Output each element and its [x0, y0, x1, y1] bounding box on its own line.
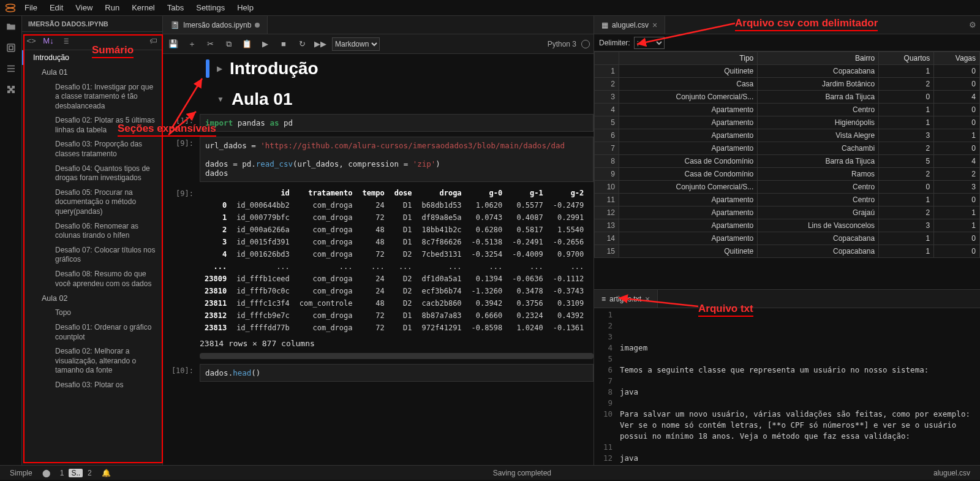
stop-icon[interactable]: ■: [277, 37, 290, 51]
statusbar: Simple ⬤ 1 S.. 2 🔔 Saving completed alug…: [0, 465, 980, 480]
status-badge: S..: [69, 469, 83, 477]
svg-point-1: [6, 8, 15, 12]
sidebar-toolbar: <> M↓ 🏷: [22, 32, 162, 50]
close-icon[interactable]: ×: [652, 20, 657, 30]
toc-item[interactable]: Desafio 05: Procurar na documentação o m…: [22, 186, 162, 219]
h1-aula01: Aula 01: [232, 89, 293, 109]
status-mode[interactable]: Simple: [5, 469, 37, 477]
delimiter-label: Delimiter:: [599, 39, 630, 47]
toc-item[interactable]: Desafio 02: Plotar as 5 últimas linhas d…: [22, 113, 162, 137]
toc-item[interactable]: Introdução: [22, 50, 162, 65]
notebook-toolbar: 💾 ＋ ✂ ⧉ 📋 ▶ ■ ↻ ▶▶ Markdown Python 3: [163, 34, 594, 54]
toc-item[interactable]: Desafio 03: Proporção das classes tratam…: [22, 137, 162, 161]
toc-item[interactable]: Desafio 03: Plotar os: [22, 378, 162, 393]
toc-item[interactable]: Desafio 01: Investigar por que a classe …: [22, 80, 162, 114]
output-dataframe: idtratamentotempodosedrogag-0g-1g-20id_0…: [200, 187, 594, 334]
menu-edit[interactable]: Edit: [43, 3, 69, 12]
text-icon: ≡: [601, 295, 606, 303]
table-of-contents[interactable]: IntroduçãoAula 01Desafio 01: Investigar …: [22, 50, 162, 465]
prompt: [9]:: [163, 187, 200, 359]
fastforward-icon[interactable]: ▶▶: [314, 37, 327, 51]
copy-icon[interactable]: ⧉: [222, 37, 235, 51]
csv-grid[interactable]: TipoBairroQuartosVagas1QuitineteCopacaba…: [594, 51, 980, 258]
csv-tab[interactable]: ▦ aluguel.csv ×: [594, 16, 665, 34]
txt-pane: ≡ artigos.txt × 12345678910 1112 imagem …: [594, 290, 980, 465]
gear-icon[interactable]: ⚙: [965, 16, 980, 34]
activity-bar: [0, 16, 22, 465]
right-pane: ▦ aluguel.csv × ⚙ Delimiter: ; TipoBairr…: [594, 16, 980, 465]
svg-rect-3: [9, 46, 13, 50]
status-toggle[interactable]: ⬤: [37, 469, 55, 477]
notebook-icon: 📓: [170, 21, 179, 29]
toc-item[interactable]: Desafio 06: Renomear as colunas tirando …: [22, 219, 162, 243]
run-icon[interactable]: ▶: [258, 37, 272, 51]
cut-icon[interactable]: ✂: [203, 37, 217, 51]
code-cell-1[interactable]: import pandas as pd: [200, 114, 594, 132]
numbered-icon[interactable]: [59, 34, 72, 48]
spreadsheet-icon: ▦: [601, 21, 608, 29]
collapse-caret-icon[interactable]: ▼: [217, 95, 224, 104]
notebook-tabs: 📓 Imersão dados.ipynb: [163, 16, 594, 34]
close-icon[interactable]: ×: [645, 294, 650, 304]
cell-type-select[interactable]: Markdown: [332, 37, 380, 51]
kernel-label[interactable]: Python 3: [548, 40, 576, 48]
txt-tab[interactable]: ≡ artigos.txt ×: [594, 290, 658, 308]
rows-summary: 23814 rows × 877 columns: [200, 334, 594, 350]
menu-help[interactable]: Help: [231, 3, 260, 12]
notebook-area: 📓 Imersão dados.ipynb 💾 ＋ ✂ ⧉ 📋 ▶ ■ ↻ ▶▶…: [163, 16, 594, 465]
prompt: [9]:: [163, 137, 200, 182]
toc-item[interactable]: Desafio 04: Quantos tipos de drogas fora…: [22, 162, 162, 186]
toc-item[interactable]: Topo: [22, 306, 162, 320]
h1-intro: Introdução: [230, 59, 318, 78]
markdown-icon[interactable]: M↓: [42, 34, 55, 48]
toc-item[interactable]: Desafio 07: Colocar títulos nos gráficos: [22, 243, 162, 267]
notebook-content[interactable]: ▶Introdução ▼Aula 01 [1]: import pandas …: [163, 54, 594, 465]
toc-item[interactable]: Aula 01: [22, 65, 162, 80]
svg-rect-2: [7, 44, 15, 51]
folder-icon[interactable]: [4, 20, 18, 34]
toc-item[interactable]: Desafio 01: Ordenar o gráfico countplot: [22, 320, 162, 344]
paste-icon[interactable]: 📋: [240, 37, 254, 51]
tab-label: aluguel.csv: [612, 21, 649, 29]
add-icon[interactable]: ＋: [185, 37, 198, 51]
toc-item[interactable]: Desafio 02: Melhorar a visualização, alt…: [22, 344, 162, 378]
save-icon[interactable]: 💾: [167, 37, 180, 51]
toc-item[interactable]: Desafio 08: Resumo do que você aprendeu …: [22, 267, 162, 291]
tab-label: artigos.txt: [609, 295, 641, 303]
code-icon[interactable]: <>: [24, 34, 38, 48]
menu-run[interactable]: Run: [99, 3, 126, 12]
menu-view[interactable]: View: [69, 3, 99, 12]
menu-kernel[interactable]: Kernel: [126, 3, 161, 12]
prompt: [1]:: [163, 114, 200, 132]
dirty-dot-icon: [255, 23, 260, 28]
menubar: FileEditViewRunKernelTabsSettingsHelp: [0, 0, 980, 16]
status-bell-icon[interactable]: 🔔: [97, 469, 116, 477]
kernel-status-icon: [581, 40, 590, 48]
status-file: aluguel.csv: [929, 469, 975, 477]
jupyter-logo: [2, 0, 18, 16]
expand-caret-icon[interactable]: ▶: [217, 64, 222, 73]
sidebar: IMERSÃO DADOS.IPYNB <> M↓ 🏷 IntroduçãoAu…: [22, 16, 163, 465]
puzzle-icon[interactable]: [4, 82, 18, 97]
delimiter-select[interactable]: ;: [634, 37, 665, 49]
text-editor[interactable]: 12345678910 1112 imagem Temos a seguinte…: [594, 308, 980, 465]
restart-icon[interactable]: ↻: [295, 37, 309, 51]
svg-point-0: [6, 4, 15, 7]
prompt: [10]:: [163, 364, 200, 382]
csv-pane: ▦ aluguel.csv × ⚙ Delimiter: ; TipoBairr…: [594, 16, 980, 290]
menu-tabs[interactable]: Tabs: [161, 3, 190, 12]
code-cell-9[interactable]: url_dados = 'https://github.com/alura-cu…: [200, 137, 594, 182]
running-icon[interactable]: [4, 40, 18, 55]
status-message: Saving completed: [488, 469, 556, 477]
tag-icon[interactable]: 🏷: [146, 34, 160, 48]
sidebar-title: IMERSÃO DADOS.IPYNB: [22, 16, 162, 32]
status-tabcount2: 2: [83, 469, 97, 477]
status-tabcount: 1: [55, 469, 69, 477]
code-cell-10[interactable]: dados.head(): [200, 364, 594, 382]
menu-settings[interactable]: Settings: [190, 3, 231, 12]
menu-file[interactable]: File: [18, 3, 43, 12]
notebook-tab[interactable]: 📓 Imersão dados.ipynb: [163, 16, 268, 34]
toc-icon[interactable]: [4, 61, 18, 76]
hscroll-icon[interactable]: [200, 353, 594, 359]
toc-item[interactable]: Aula 02: [22, 291, 162, 306]
